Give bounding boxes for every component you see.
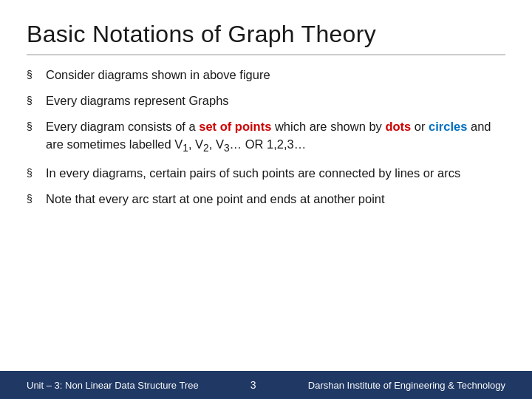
bullet-text-1: Consider diagrams shown in above figure [46, 66, 505, 84]
bullet-icon-4: § [27, 166, 40, 181]
bullet-text-2: Every diagrams represent Graphs [46, 92, 505, 110]
bullet-text-4: In every diagrams, certain pairs of such… [46, 164, 505, 183]
bullet-text-5: Note that every arc start at one point a… [46, 190, 505, 208]
list-item: § Consider diagrams shown in above figur… [27, 66, 505, 84]
slide-title: Basic Notations of Graph Theory [27, 21, 505, 55]
bullet-list: § Consider diagrams shown in above figur… [27, 66, 505, 208]
bullet-icon-1: § [27, 67, 40, 83]
highlight-set-of-points: set of points [199, 120, 271, 133]
footer-center: 3 [250, 379, 256, 391]
main-content: Basic Notations of Graph Theory § Consid… [0, 0, 532, 371]
highlight-dots: dots [385, 120, 411, 133]
bullet-icon-5: § [27, 191, 40, 207]
list-item: § Every diagrams represent Graphs [27, 92, 505, 110]
bullet-icon-3: § [27, 119, 40, 134]
list-item: § In every diagrams, certain pairs of su… [27, 164, 505, 183]
list-item: § Every diagram consists of a set of poi… [27, 117, 505, 157]
slide-container: Basic Notations of Graph Theory § Consid… [0, 0, 532, 399]
footer-left: Unit – 3: Non Linear Data Structure Tree [27, 380, 199, 391]
bullet-icon-2: § [27, 93, 40, 109]
footer-right: Darshan Institute of Engineering & Techn… [308, 380, 505, 391]
slide-footer: Unit – 3: Non Linear Data Structure Tree… [0, 371, 532, 399]
bullet-text-3: Every diagram consists of a set of point… [46, 117, 505, 157]
list-item: § Note that every arc start at one point… [27, 190, 505, 208]
highlight-circles: circles [429, 120, 467, 133]
